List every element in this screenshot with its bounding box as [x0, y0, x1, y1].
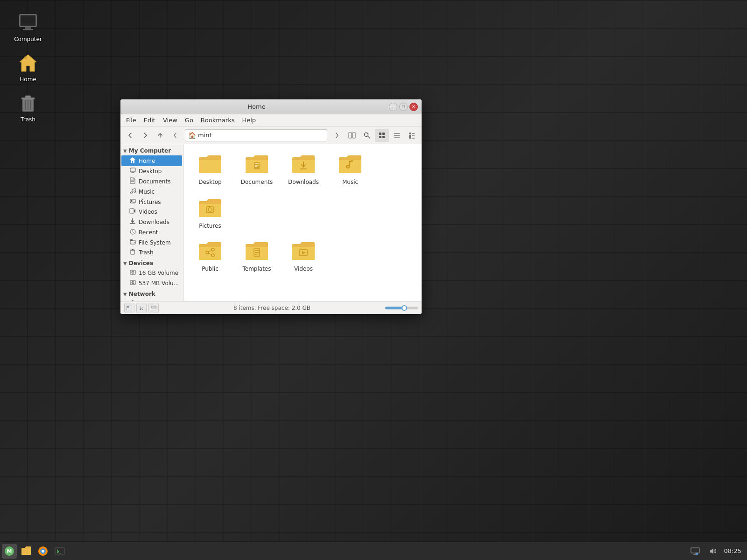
file-item-pictures[interactable]: Pictures	[189, 194, 231, 233]
home-icon	[17, 52, 39, 74]
sidebar-16gb-label: 16 GB Volume	[139, 270, 178, 276]
status-icon-3[interactable]	[148, 303, 159, 313]
desktop: Computer Home	[0, 0, 747, 560]
desktop-icon-computer[interactable]: Computer	[9, 9, 47, 45]
sidebar-item-recent[interactable]: Recent	[121, 227, 182, 238]
sidebar-desktop-label: Desktop	[139, 168, 162, 175]
file-item-desktop[interactable]: Desktop	[189, 150, 231, 189]
sidebar-item-home[interactable]: Home	[121, 155, 182, 166]
home-sidebar-icon	[129, 157, 136, 165]
taskbar-right: 08:25	[683, 544, 747, 559]
minimize-button[interactable]: —	[389, 103, 397, 111]
svg-rect-24	[409, 133, 411, 134]
menu-edit[interactable]: Edit	[140, 116, 159, 125]
address-home-icon: 🏠	[188, 132, 196, 139]
sidebar-item-documents[interactable]: Documents	[121, 176, 182, 187]
svg-rect-44	[130, 239, 133, 241]
back-button[interactable]	[123, 129, 137, 142]
status-icon-2[interactable]: 1c	[136, 303, 147, 313]
svg-point-90	[42, 550, 44, 553]
folder-music-icon	[338, 154, 362, 176]
sidebar-section-devices: ▼ Devices 16 GB Volume 537 MB Volu...	[120, 259, 183, 288]
volume-taskbar-icon[interactable]	[705, 544, 720, 559]
documents-sidebar-icon	[129, 177, 136, 185]
sidebar-item-videos[interactable]: Videos	[121, 207, 182, 217]
list-view-button[interactable]	[390, 129, 404, 142]
file-grid: Desktop	[183, 144, 422, 301]
menu-go[interactable]: Go	[181, 116, 197, 125]
svg-text:$_: $_	[56, 549, 62, 553]
svg-rect-20	[382, 136, 385, 138]
file-item-downloads[interactable]: Downloads	[282, 150, 324, 189]
sidebar-item-desktop[interactable]: Desktop	[121, 166, 182, 176]
537mb-icon	[129, 280, 136, 287]
sidebar-section-header-network[interactable]: ▼ Network	[120, 289, 183, 299]
sidebar-item-music[interactable]: Music	[121, 187, 182, 197]
folder-desktop-icon	[198, 154, 222, 176]
mint-menu-button[interactable]: M	[2, 544, 17, 559]
menu-file[interactable]: File	[122, 116, 140, 125]
menu-help[interactable]: Help	[238, 116, 260, 125]
address-bar[interactable]: 🏠 mint	[185, 129, 327, 141]
svg-rect-18	[382, 133, 385, 135]
sidebar-item-pictures[interactable]: Pictures	[121, 197, 182, 207]
taskbar-terminal-button[interactable]: $_	[52, 544, 67, 559]
sidebar-item-trash[interactable]: Trash	[121, 247, 182, 258]
taskbar-files-button[interactable]	[19, 544, 34, 559]
sidebar-item-16gb[interactable]: 16 GB Volume	[121, 268, 182, 278]
taskbar-firefox-button[interactable]	[35, 544, 50, 559]
maximize-button[interactable]: □	[399, 103, 408, 111]
forward-button[interactable]	[138, 129, 152, 142]
file-downloads-label: Downloads	[288, 179, 319, 185]
split-view-button[interactable]	[345, 129, 359, 142]
file-item-music[interactable]: Music	[329, 150, 371, 189]
svg-rect-26	[409, 135, 411, 137]
videos-sidebar-icon	[129, 208, 136, 215]
sidebar-section-my-computer: ▼ My Computer Home Desktop	[120, 146, 183, 258]
file-item-public[interactable]: Public	[189, 237, 231, 276]
status-icon-1[interactable]	[124, 303, 134, 313]
svg-rect-46	[131, 250, 134, 254]
recent-sidebar-icon	[129, 229, 136, 236]
pictures-sidebar-icon	[129, 198, 136, 205]
title-bar: Home — □ ✕	[120, 99, 422, 114]
computer-icon	[17, 12, 39, 34]
desktop-icon-home[interactable]: Home	[9, 49, 47, 85]
search-button[interactable]	[360, 129, 374, 142]
collapse-arrow-my-computer: ▼	[123, 148, 127, 154]
window-title: Home	[124, 103, 389, 110]
compact-view-button[interactable]	[405, 129, 419, 142]
menu-bookmarks[interactable]: Bookmarks	[197, 116, 239, 125]
sidebar-item-537mb[interactable]: 537 MB Volu...	[121, 278, 182, 288]
zoom-slider[interactable]	[385, 307, 418, 309]
svg-line-16	[368, 136, 370, 138]
sidebar-item-filesystem[interactable]: File System	[121, 238, 182, 247]
file-item-templates[interactable]: Templates	[236, 237, 278, 276]
file-music-label: Music	[342, 179, 358, 185]
grid-view-button[interactable]	[375, 129, 389, 142]
svg-rect-1	[21, 15, 35, 26]
sidebar-section-header-devices[interactable]: ▼ Devices	[120, 259, 183, 268]
nav-left-button[interactable]	[168, 129, 182, 142]
svg-rect-6	[24, 56, 27, 59]
file-desktop-label: Desktop	[198, 179, 222, 185]
up-button[interactable]	[153, 129, 167, 142]
toolbar: 🏠 mint	[120, 126, 422, 144]
sidebar-item-downloads[interactable]: Downloads	[121, 217, 182, 227]
sidebar-section-header-my-computer[interactable]: ▼ My Computer	[120, 146, 183, 155]
home-icon-label: Home	[20, 76, 36, 83]
sidebar-section-network: ▼ Network Network	[120, 289, 183, 301]
devices-label: Devices	[129, 260, 153, 266]
svg-rect-32	[132, 172, 134, 173]
desktop-icon-trash[interactable]: Trash	[9, 90, 47, 125]
svg-text:M: M	[7, 548, 12, 554]
sidebar-filesystem-label: File System	[139, 239, 171, 246]
close-button[interactable]: ✕	[409, 103, 418, 111]
svg-marker-30	[130, 157, 135, 163]
file-item-videos[interactable]: Videos	[282, 237, 324, 276]
nav-right-button[interactable]	[330, 129, 344, 142]
file-item-documents[interactable]: Documents	[236, 150, 278, 189]
menu-view[interactable]: View	[159, 116, 181, 125]
svg-rect-17	[379, 133, 381, 135]
network-taskbar-icon[interactable]	[689, 544, 702, 559]
